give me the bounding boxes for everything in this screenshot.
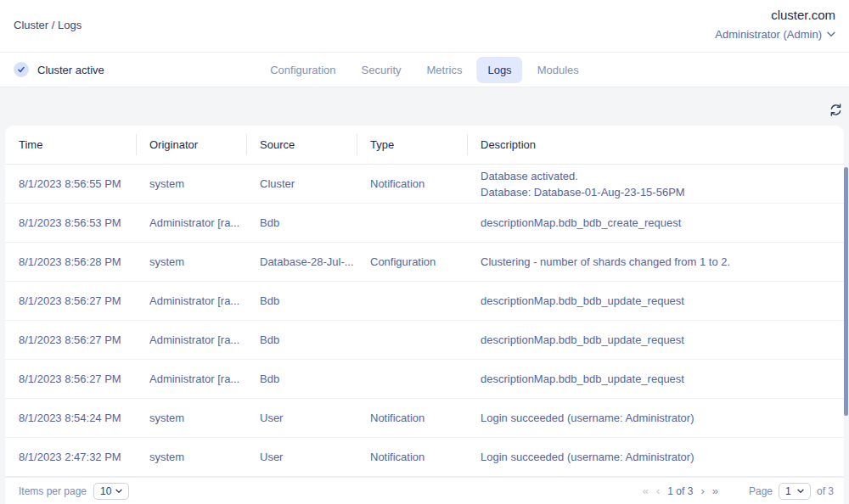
- cell-time: 8/1/2023 8:56:53 PM: [5, 216, 136, 229]
- tab-metrics[interactable]: Metrics: [416, 57, 474, 83]
- page-select[interactable]: 1: [779, 483, 811, 500]
- prev-page-button[interactable]: ‹: [656, 484, 660, 497]
- user-menu[interactable]: Administrator (Admin): [715, 28, 835, 41]
- cell-description: descriptionMap.bdb_bdb_update_request: [467, 332, 844, 348]
- items-per-page-value: 10: [100, 485, 111, 497]
- cell-description: Clustering - number of shards changed fr…: [467, 254, 844, 270]
- cell-time: 8/1/2023 2:47:32 PM: [5, 451, 136, 463]
- table-body: 8/1/2023 8:56:55 PM system Cluster Notif…: [5, 165, 844, 477]
- user-menu-label: Administrator (Admin): [715, 28, 822, 41]
- cell-description: descriptionMap.bdb_bdb_create_request: [467, 215, 844, 231]
- first-page-button[interactable]: «: [643, 484, 649, 497]
- cell-originator: system: [136, 412, 246, 424]
- chevron-down-icon: [827, 31, 835, 37]
- check-circle-icon: [14, 62, 29, 77]
- cell-originator: system: [136, 177, 246, 190]
- tab-logs[interactable]: Logs: [476, 57, 522, 83]
- cell-time: 8/1/2023 8:56:55 PM: [5, 177, 136, 190]
- cell-source: Cluster: [246, 177, 357, 190]
- logs-table-card: Time Originator Source Type Description …: [5, 126, 844, 504]
- cell-originator: Administrator [ra...: [136, 216, 246, 229]
- page-range-text: 1 of 3: [667, 485, 693, 497]
- cell-time: 8/1/2023 8:54:24 PM: [5, 412, 136, 424]
- table-row: 8/1/2023 8:56:55 PM system Cluster Notif…: [5, 165, 844, 204]
- tab-security[interactable]: Security: [351, 57, 413, 83]
- next-page-button[interactable]: ›: [700, 484, 704, 497]
- pagination: « ‹ 1 of 3 › »: [643, 484, 718, 497]
- cell-description: Login succeeded (username: Administrator…: [467, 449, 844, 465]
- table-footer: Items per page 10 « ‹ 1 of 3 › » Page 1 …: [5, 477, 844, 504]
- tab-modules[interactable]: Modules: [526, 57, 590, 83]
- top-header: Cluster / Logs cluster.com Administrator…: [0, 0, 849, 53]
- cell-type: Notification: [357, 451, 467, 463]
- table-row: 8/1/2023 8:56:53 PM Administrator [ra...…: [5, 204, 844, 243]
- cell-source: Bdb: [246, 216, 357, 229]
- cell-source: User: [246, 451, 357, 463]
- cell-source: Bdb: [246, 294, 357, 307]
- cell-originator: Administrator [ra...: [136, 372, 246, 385]
- chevron-down-icon: [115, 489, 122, 494]
- cell-description: Login succeeded (username: Administrator…: [467, 410, 844, 426]
- cell-type: Notification: [357, 412, 467, 424]
- cell-originator: system: [136, 255, 246, 268]
- cell-originator: system: [136, 451, 246, 463]
- cell-type: Notification: [357, 177, 467, 190]
- table-row: 8/1/2023 8:56:27 PM Administrator [ra...…: [5, 360, 844, 399]
- cell-description: Database activated.Database: Database-01…: [467, 168, 844, 200]
- column-header-description: Description: [467, 126, 844, 164]
- table-header-row: Time Originator Source Type Description: [5, 126, 844, 165]
- page-select-group: Page 1 of 3: [749, 483, 834, 500]
- refresh-icon: [828, 102, 844, 121]
- cell-source: User: [246, 412, 357, 424]
- table-row: 8/1/2023 2:47:32 PM system User Notifica…: [5, 438, 844, 477]
- column-header-time: Time: [5, 126, 136, 164]
- refresh-button[interactable]: [827, 103, 844, 120]
- table-row: 8/1/2023 8:56:27 PM Administrator [ra...…: [5, 282, 844, 321]
- table-row: 8/1/2023 8:56:27 PM Administrator [ra...…: [5, 321, 844, 360]
- page-select-value: 1: [785, 485, 791, 497]
- cluster-status: Cluster active: [14, 53, 104, 87]
- cell-type: Configuration: [357, 255, 467, 268]
- cell-source: Bdb: [246, 333, 357, 346]
- tab-list: Configuration Security Metrics Logs Modu…: [259, 53, 590, 87]
- column-header-source: Source: [246, 126, 357, 164]
- page-label: Page: [749, 485, 773, 497]
- last-page-button[interactable]: »: [712, 484, 718, 497]
- cell-description: descriptionMap.bdb_bdb_update_request: [467, 293, 844, 309]
- cell-originator: Administrator [ra...: [136, 333, 246, 346]
- column-header-type: Type: [357, 126, 467, 164]
- cell-description: descriptionMap.bdb_bdb_update_request: [467, 371, 844, 387]
- column-header-originator: Originator: [136, 126, 246, 164]
- cell-time: 8/1/2023 8:56:27 PM: [5, 333, 136, 346]
- items-per-page-label: Items per page: [19, 485, 87, 497]
- chevron-down-icon: [797, 489, 804, 494]
- cell-originator: Administrator [ra...: [136, 294, 246, 307]
- cell-source: Database-28-Jul-...: [246, 255, 357, 268]
- cluster-name: cluster.com: [771, 8, 835, 22]
- cell-source: Bdb: [246, 372, 357, 385]
- items-per-page-select[interactable]: 10: [93, 483, 129, 500]
- table-row: 8/1/2023 8:56:28 PM system Database-28-J…: [5, 243, 844, 282]
- cell-time: 8/1/2023 8:56:28 PM: [5, 255, 136, 268]
- page-total-label: of 3: [817, 485, 834, 497]
- tab-configuration[interactable]: Configuration: [259, 57, 346, 83]
- table-row: 8/1/2023 8:54:24 PM system User Notifica…: [5, 399, 844, 438]
- cell-time: 8/1/2023 8:56:27 PM: [5, 294, 136, 307]
- tab-bar: Cluster active Configuration Security Me…: [0, 53, 849, 87]
- breadcrumb[interactable]: Cluster / Logs: [14, 19, 82, 31]
- cell-time: 8/1/2023 8:56:27 PM: [5, 372, 136, 385]
- cluster-status-label: Cluster active: [37, 64, 104, 76]
- vertical-scrollbar-thumb[interactable]: [844, 167, 848, 416]
